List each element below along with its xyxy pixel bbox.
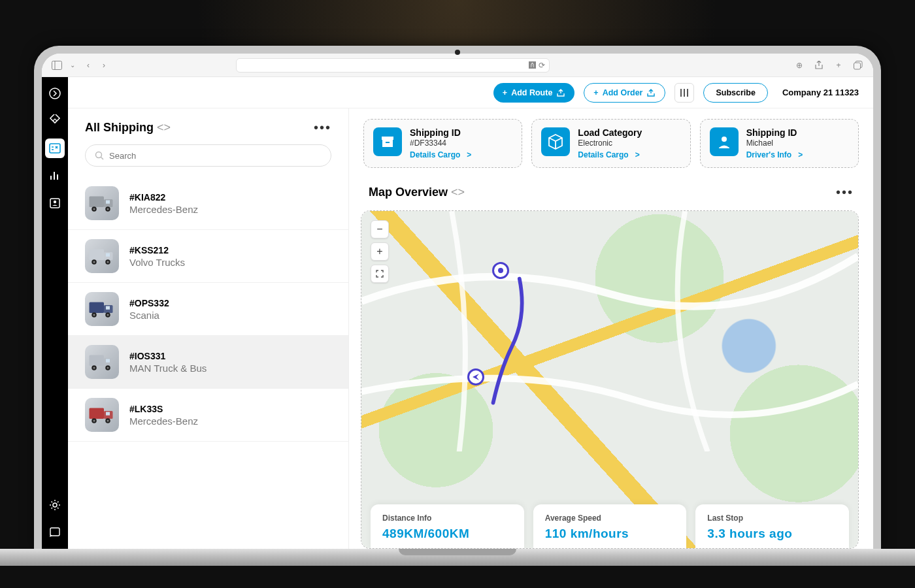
nav-expand-icon[interactable] (45, 84, 65, 103)
svg-rect-49 (386, 142, 390, 143)
view-toggle-button[interactable] (674, 83, 694, 103)
truck-thumbnail (85, 345, 119, 379)
translate-icon[interactable]: 🅰 (529, 61, 536, 69)
svg-rect-6 (50, 144, 60, 153)
svg-point-50 (722, 137, 727, 142)
map-area[interactable]: − + Distance Info 489KM/600KM Average Sp… (361, 210, 859, 549)
nav-route-icon[interactable] (45, 111, 65, 131)
svg-point-37 (93, 367, 95, 369)
card-link[interactable]: Driver's Info> (746, 150, 803, 159)
svg-rect-28 (106, 306, 110, 310)
chrome-left-controls: ⌄ ‹ › (51, 59, 110, 71)
map-stats-strip: Distance Info 489KM/600KM Average Speed … (371, 504, 849, 549)
add-route-button[interactable]: + Add Route (493, 83, 575, 103)
svg-point-23 (93, 261, 95, 263)
svg-point-30 (93, 314, 95, 316)
more-options-icon[interactable]: ••• (836, 185, 854, 200)
stat-label: Last Stop (707, 514, 837, 523)
nav-analytics-icon[interactable] (45, 166, 65, 186)
nav-help-icon[interactable] (45, 523, 65, 542)
info-card: Shipping ID #DF33344 Details Cargo> (363, 119, 522, 168)
nav-sidebar (42, 77, 68, 549)
plus-icon[interactable]: + (833, 59, 844, 71)
shipping-id: #KIA822 (129, 192, 198, 203)
shipping-make: Volvo Trucks (129, 257, 185, 268)
shipping-panel-header: All Shipping <> ••• (68, 108, 348, 140)
map-stat-card: Distance Info 489KM/600KM (371, 504, 524, 549)
user-icon (710, 127, 739, 156)
zoom-in-button[interactable]: + (371, 242, 389, 261)
download-icon[interactable]: ⊕ (793, 59, 805, 71)
search-field[interactable] (109, 151, 322, 161)
svg-rect-3 (854, 63, 860, 69)
plus-icon: + (593, 88, 598, 97)
nav-shipments-icon[interactable] (45, 139, 65, 158)
stat-label: Average Speed (545, 514, 675, 523)
search-input[interactable] (85, 144, 331, 167)
forward-icon[interactable]: › (98, 59, 110, 71)
chevron-code-icon: <> (451, 186, 465, 199)
map-stat-card: Last Stop 3.3 hours ago (695, 504, 849, 549)
route-origin-marker (492, 262, 509, 279)
svg-point-39 (107, 367, 109, 369)
card-link[interactable]: Details Cargo> (410, 150, 471, 159)
svg-point-25 (107, 261, 109, 263)
zoom-out-button[interactable]: − (371, 220, 389, 238)
svg-point-10 (96, 152, 102, 158)
svg-rect-35 (106, 359, 110, 363)
subscribe-button[interactable]: Subscribe (703, 83, 767, 103)
card-body: Shipping ID #DF33344 Details Cargo> (410, 127, 471, 159)
nav-settings-icon[interactable] (45, 495, 65, 515)
shipping-id: #KSS212 (129, 245, 185, 255)
svg-rect-47 (382, 137, 393, 140)
map-panel-header: Map Overview <> ••• (349, 178, 873, 205)
more-options-icon[interactable]: ••• (314, 120, 331, 135)
tabs-icon[interactable] (852, 59, 864, 71)
card-subtitle: Michael (746, 139, 803, 148)
shipping-list-item[interactable]: #IOS331 MAN Truck & Bus (68, 336, 348, 389)
fullscreen-button[interactable] (371, 265, 389, 283)
map-overview-title: Map Overview <> (369, 186, 465, 199)
detail-panel: Shipping ID #DF33344 Details Cargo> Load… (349, 108, 873, 549)
laptop-base (0, 549, 915, 566)
stat-label: Distance Info (382, 514, 512, 523)
shipping-list-item[interactable]: #KIA822 Mercedes-Benz (68, 177, 348, 230)
ship-item-text: #KIA822 Mercedes-Benz (129, 192, 198, 215)
add-order-button[interactable]: + Add Order (584, 83, 665, 103)
nav-contacts-icon[interactable] (45, 193, 65, 213)
main-area: + Add Route + Add Order Subscribe Compan… (68, 77, 873, 549)
add-order-label: Add Order (603, 88, 643, 97)
chrome-right-controls: ⊕ + (793, 59, 864, 71)
card-body: Shipping ID Michael Driver's Info> (746, 127, 803, 159)
route-current-marker (467, 368, 484, 385)
chevron-code-icon: <> (157, 121, 171, 134)
back-icon[interactable]: ‹ (82, 59, 94, 71)
truck-thumbnail (85, 186, 119, 220)
svg-rect-33 (90, 355, 105, 367)
url-bar[interactable]: 🅰 ⟳ (236, 58, 550, 73)
share-icon[interactable] (813, 59, 825, 71)
shipping-list-item[interactable]: #OPS332 Scania (68, 283, 348, 336)
laptop-screen: ⌄ ‹ › 🅰 ⟳ ⊕ + (42, 54, 873, 549)
browser-chrome: ⌄ ‹ › 🅰 ⟳ ⊕ + (42, 54, 873, 77)
truck-thumbnail (85, 292, 119, 326)
svg-rect-21 (106, 253, 110, 257)
truck-thumbnail (85, 398, 119, 432)
sidebar-toggle-icon[interactable] (51, 59, 63, 71)
shipping-list-item[interactable]: #KSS212 Volvo Trucks (68, 230, 348, 283)
ship-item-text: #LK33S Mercedes-Benz (129, 404, 198, 427)
card-link[interactable]: Details Cargo> (578, 150, 642, 159)
shipping-panel: All Shipping <> ••• (68, 108, 349, 549)
chevron-down-icon[interactable]: ⌄ (67, 59, 78, 71)
info-card: Shipping ID Michael Driver's Info> (700, 119, 859, 168)
shipping-list: #KIA822 Mercedes-Benz #KSS212 Volvo Truc… (68, 177, 348, 549)
svg-point-32 (107, 314, 109, 316)
map-controls: − + (371, 220, 389, 283)
shipping-list-item[interactable]: #LK33S Mercedes-Benz (68, 389, 348, 442)
reload-icon[interactable]: ⟳ (539, 61, 545, 70)
svg-point-8 (54, 201, 56, 203)
shipping-make: MAN Truck & Bus (129, 363, 207, 374)
upload-icon (556, 88, 565, 97)
svg-line-11 (101, 157, 104, 160)
archive-icon (373, 127, 402, 156)
